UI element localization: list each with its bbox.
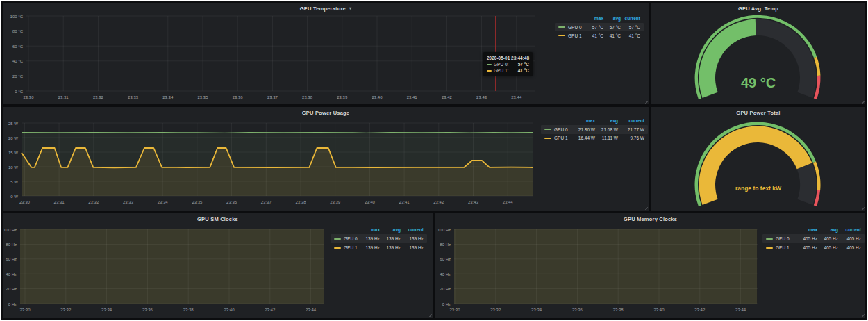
legend-row-gpu1[interactable]: GPU 1 41 °C 41 °C 41 °C [555, 31, 644, 40]
legend-header-avg[interactable]: avg [817, 227, 838, 232]
legend-value-avg: 405 Hz [817, 245, 838, 250]
svg-text:23:35: 23:35 [192, 200, 203, 204]
legend-header-avg[interactable]: avg [595, 118, 618, 123]
legend-label-gpu0[interactable]: GPU 0 [776, 236, 790, 241]
legend-header-current[interactable]: current [401, 227, 424, 232]
legend-header-max[interactable]: max [365, 227, 380, 232]
svg-text:23:30: 23:30 [449, 308, 460, 312]
svg-text:23:38: 23:38 [295, 200, 306, 204]
legend-value-avg: 139 Hz [380, 236, 401, 241]
svg-text:23:34: 23:34 [162, 95, 174, 99]
legend-value-avg: 405 Hz [817, 236, 838, 241]
legend-row-gpu0[interactable]: GPU 0 405 Hz 405 Hz 405 Hz [762, 234, 865, 243]
svg-text:80 Hz: 80 Hz [6, 242, 17, 247]
svg-text:23:41: 23:41 [407, 95, 418, 99]
svg-text:23:30: 23:30 [19, 308, 31, 312]
legend-header-row: max avg current [555, 14, 644, 23]
legend-header-row: max avg current [541, 116, 648, 125]
legend-value-avg: 57 °C [603, 25, 621, 30]
memory-clocks-legend: max avg current GPU 0 405 Hz 405 Hz 405 … [762, 225, 865, 252]
legend-value-current: 405 Hz [838, 236, 861, 241]
svg-text:23:32: 23:32 [490, 308, 501, 312]
legend-value-avg: 21.68 W [595, 127, 618, 132]
svg-text:0 Hz: 0 Hz [8, 302, 17, 306]
tooltip-row-gpu0: GPU 0:57 °C [487, 61, 529, 67]
svg-text:60 Hz: 60 Hz [440, 257, 451, 261]
tooltip-value-gpu1: 41 °C [512, 67, 529, 74]
legend-label-gpu1[interactable]: GPU 1 [344, 245, 358, 250]
legend-row-gpu1[interactable]: GPU 1 139 Hz 139 Hz 139 Hz [331, 243, 427, 252]
svg-text:23:30: 23:30 [19, 200, 31, 204]
svg-text:23:32: 23:32 [93, 95, 104, 99]
svg-text:23:31: 23:31 [54, 200, 65, 204]
temperature-chart[interactable]: 0 °C20 °C40 °C60 °C80 °C100 °C23:3023:31… [3, 3, 649, 104]
svg-text:0 W: 0 W [10, 195, 18, 199]
legend-header-row: max avg current [331, 225, 427, 234]
svg-text:60 °C: 60 °C [12, 44, 24, 49]
svg-text:23:36: 23:36 [226, 200, 237, 204]
svg-text:23:37: 23:37 [267, 95, 278, 99]
series-dash-gpu0 [544, 129, 551, 130]
legend-header-max[interactable]: max [575, 118, 595, 123]
svg-text:20 °C: 20 °C [12, 74, 24, 79]
legend-header-max[interactable]: max [590, 16, 603, 21]
series-dash-gpu1 [334, 247, 341, 249]
temperature-legend: max avg current GPU 0 57 °C 57 °C 57 °C … [555, 14, 644, 40]
legend-header-max[interactable]: max [796, 227, 817, 232]
svg-text:20 Hz: 20 Hz [6, 287, 17, 291]
legend-label-gpu1[interactable]: GPU 1 [568, 33, 582, 38]
legend-value-current: 57 °C [621, 25, 640, 30]
tooltip-timestamp: 2020-05-01 23:44:48 [487, 55, 529, 61]
panel-gpu-power-usage: GPU Power Usage 0 W5 W10 W15 W20 W25 W23… [3, 107, 649, 211]
sm-clocks-legend: max avg current GPU 0 139 Hz 139 Hz 139 … [331, 225, 427, 252]
svg-text:23:39: 23:39 [337, 95, 348, 99]
legend-row-gpu1[interactable]: GPU 1 16.44 W 11.11 W 9.76 W [541, 134, 648, 143]
legend-row-gpu0[interactable]: GPU 0 57 °C 57 °C 57 °C [555, 23, 644, 31]
svg-text:23:37: 23:37 [261, 200, 272, 204]
svg-text:23:40: 23:40 [365, 200, 376, 204]
svg-text:23:33: 23:33 [128, 95, 139, 99]
svg-text:23:34: 23:34 [158, 200, 169, 204]
svg-text:25 W: 25 W [8, 122, 18, 126]
legend-row-gpu0[interactable]: GPU 0 21.86 W 21.68 W 21.77 W [541, 125, 648, 134]
svg-text:23:34: 23:34 [101, 308, 112, 312]
legend-row-gpu0[interactable]: GPU 0 139 Hz 139 Hz 139 Hz [331, 234, 427, 243]
legend-header-current[interactable]: current [621, 16, 640, 21]
svg-text:23:38: 23:38 [302, 95, 313, 99]
panel-gpu-avg-temp: GPU Avg. Temp 49 °C [651, 3, 865, 104]
legend-header-row: max avg current [762, 225, 865, 234]
legend-value-avg: 11.11 W [595, 135, 618, 140]
legend-label-gpu0[interactable]: GPU 0 [568, 25, 582, 30]
svg-text:23:42: 23:42 [442, 95, 453, 99]
gauge-value-power-total: range to text kW [651, 185, 865, 192]
svg-text:23:41: 23:41 [399, 200, 410, 204]
tooltip-label-gpu0: GPU 0: [494, 61, 508, 67]
legend-label-gpu1[interactable]: GPU 1 [776, 245, 790, 250]
legend-header-current[interactable]: current [838, 227, 861, 232]
panel-gpu-temperature: GPU Temperature▾ 0 °C20 °C40 °C60 °C80 °… [3, 3, 649, 104]
legend-header-current[interactable]: current [618, 118, 644, 123]
svg-text:23:43: 23:43 [468, 200, 479, 204]
svg-text:23:32: 23:32 [60, 308, 72, 312]
series-dash-gpu0 [487, 64, 492, 65]
svg-text:23:36: 23:36 [572, 308, 583, 312]
svg-text:40 °C: 40 °C [12, 59, 24, 63]
legend-header-avg[interactable]: avg [380, 227, 401, 232]
legend-header-avg[interactable]: avg [603, 16, 621, 21]
legend-value-max: 405 Hz [796, 245, 817, 250]
legend-label-gpu0[interactable]: GPU 0 [554, 127, 568, 132]
svg-text:23:42: 23:42 [694, 308, 706, 312]
legend-value-max: 405 Hz [796, 236, 817, 241]
svg-text:0 °C: 0 °C [15, 90, 23, 94]
legend-value-current: 41 °C [621, 33, 640, 38]
svg-text:23:38: 23:38 [183, 308, 194, 312]
legend-label-gpu1[interactable]: GPU 1 [554, 135, 568, 140]
svg-text:23:44: 23:44 [735, 308, 746, 312]
legend-row-gpu1[interactable]: GPU 1 405 Hz 405 Hz 405 Hz [762, 243, 865, 252]
series-dash-gpu0 [766, 238, 773, 240]
panel-gpu-memory-clocks: GPU Memory Clocks 0 Hz20 Hz40 Hz60 Hz80 … [435, 213, 865, 318]
svg-text:23:36: 23:36 [142, 308, 153, 312]
legend-value-max: 139 Hz [365, 236, 380, 241]
legend-label-gpu0[interactable]: GPU 0 [344, 236, 358, 241]
svg-text:23:39: 23:39 [330, 200, 341, 204]
